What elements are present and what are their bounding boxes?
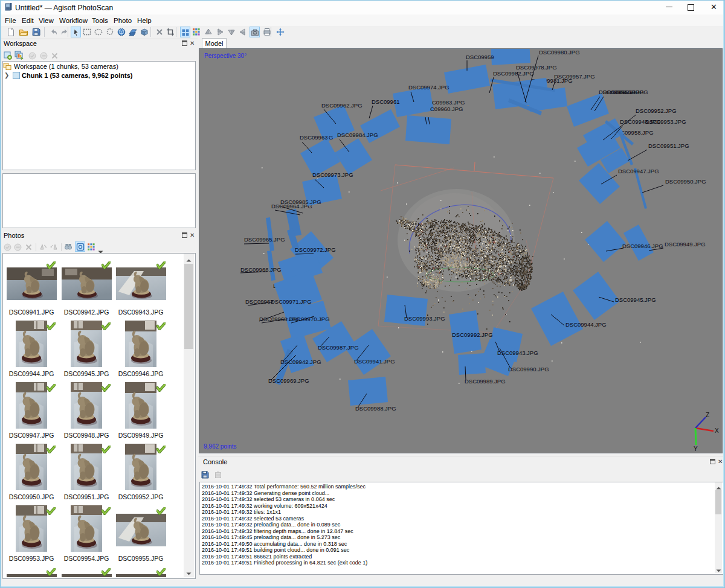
svg-text:DSC09972.JPG: DSC09972.JPG (295, 246, 336, 253)
svg-text:DSC09941.JPG: DSC09941.JPG (354, 358, 395, 365)
svg-text:DSC09985.JPG: DSC09985.JPG (280, 199, 321, 205)
svg-text:DSC09988.JPG: DSC09988.JPG (355, 405, 396, 412)
svg-text:DSC09962.JPG: DSC09962.JPG (321, 102, 362, 109)
svg-text:DSC09989.JPG: DSC09989.JPG (465, 378, 506, 385)
svg-text:C09983.JPG: C09983.JPG (432, 99, 465, 106)
svg-text:DSC09945.JPG: DSC09945.JPG (615, 296, 656, 303)
svg-text:DSC09942.JPG: DSC09942.JPG (280, 359, 321, 365)
svg-text:DSC09963: DSC09963 (300, 134, 327, 141)
svg-text:DSC09987.JPG: DSC09987.JPG (318, 344, 359, 351)
svg-text:DSC09982.JPG: DSC09982.JPG (493, 70, 534, 77)
svg-text:DSC09974.JPG: DSC09974.JPG (408, 84, 450, 91)
svg-text:DSC09956.JPG: DSC09956.JPG (607, 89, 648, 95)
svg-text:DSC09950.JPG: DSC09950.JPG (665, 178, 706, 185)
svg-text:DSC09990.JPG: DSC09990.JPG (508, 366, 549, 372)
svg-text:X: X (715, 427, 719, 434)
svg-text:DSC09967: DSC09967 (245, 298, 273, 305)
svg-text:9,962 points: 9,962 points (204, 443, 237, 450)
svg-text:DSC09951.JPG: DSC09951.JPG (648, 142, 689, 149)
svg-text:DSC09952.JPG: DSC09952.JPG (636, 107, 677, 114)
svg-text:DSC09957.JPG: DSC09957.JPG (554, 73, 595, 80)
svg-text:DSC09946.JPG: DSC09946.JPG (622, 243, 663, 249)
svg-text:DSC09961: DSC09961 (372, 98, 399, 105)
svg-text:DSC09953.JPG: DSC09953.JPG (645, 118, 686, 125)
svg-text:Perspective 30°: Perspective 30° (204, 53, 246, 59)
svg-text:DSC09970.JPG: DSC09970.JPG (289, 316, 330, 322)
svg-text:DSC09973.JPG: DSC09973.JPG (312, 171, 353, 178)
svg-text:DSC09959: DSC09959 (466, 54, 494, 60)
svg-text:DSC09947.JPG: DSC09947.JPG (618, 168, 659, 174)
svg-text:DSC09993.JPG: DSC09993.JPG (404, 315, 445, 322)
svg-text:Y: Y (694, 446, 698, 452)
svg-text:C09960.JPG: C09960.JPG (430, 106, 463, 112)
svg-text:DSC09966.JPG: DSC09966.JPG (240, 266, 282, 273)
svg-text:Z: Z (706, 412, 709, 418)
svg-text:G: G (329, 134, 333, 141)
svg-text:DSC09969.JPG: DSC09969.JPG (268, 377, 309, 384)
svg-text:DSC09943.JPG: DSC09943.JPG (497, 350, 538, 356)
svg-text:DSC09984.JPG: DSC09984.JPG (337, 132, 378, 138)
svg-text:DSC09965.JPG: DSC09965.JPG (244, 236, 285, 243)
svg-text:DSC09944.JPG: DSC09944.JPG (566, 321, 607, 328)
svg-text:DSC09980.JPG: DSC09980.JPG (539, 49, 580, 56)
svg-text:DSC09992.JPG: DSC09992.JPG (452, 331, 493, 338)
svg-text:DSC09949.JPG: DSC09949.JPG (665, 241, 706, 248)
svg-text:DSC09971.JPG: DSC09971.JPG (271, 298, 312, 305)
